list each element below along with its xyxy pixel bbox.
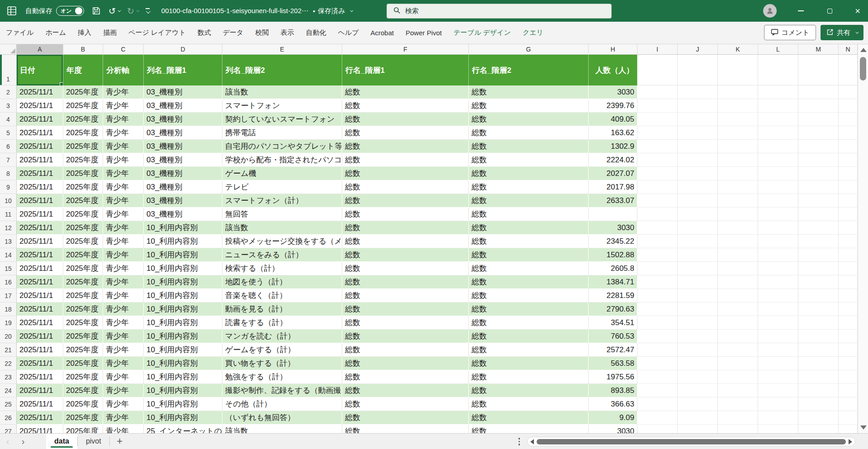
cell-L25[interactable]	[758, 397, 798, 411]
cell-G21[interactable]: 総数	[469, 343, 589, 357]
cell-F2[interactable]: 総数	[342, 85, 469, 99]
sheet-tab-data[interactable]: data	[46, 434, 77, 449]
cell-I17[interactable]	[637, 289, 678, 302]
redo-button[interactable]: ↻	[127, 6, 138, 16]
cell-M25[interactable]	[798, 397, 839, 411]
cell-H3[interactable]: 2399.76	[589, 99, 637, 113]
cell-G14[interactable]: 総数	[469, 248, 589, 262]
cell-N6[interactable]	[839, 140, 858, 153]
excel-app-icon[interactable]	[6, 5, 17, 16]
cell-N21[interactable]	[839, 343, 858, 357]
cell-G7[interactable]: 総数	[469, 153, 589, 167]
cell-N22[interactable]	[839, 357, 858, 370]
cell-I6[interactable]	[637, 140, 678, 153]
cell-N12[interactable]	[839, 221, 858, 235]
cell-G25[interactable]: 総数	[469, 397, 589, 411]
cell-H17[interactable]: 2281.59	[589, 289, 637, 302]
tab-help[interactable]: ヘルプ	[332, 26, 364, 40]
cell-I2[interactable]	[637, 85, 678, 99]
cell-I16[interactable]	[637, 275, 678, 289]
cell-B12[interactable]: 2025年度	[63, 221, 103, 235]
cell-F27[interactable]: 総数	[342, 425, 469, 433]
row-header-9[interactable]: 9	[0, 180, 17, 194]
cell-H11[interactable]	[589, 208, 637, 221]
cell-F22[interactable]: 総数	[342, 357, 469, 370]
column-header-M[interactable]: M	[798, 44, 839, 55]
cell-E4[interactable]: 契約していないスマートフォン	[222, 113, 342, 126]
vertical-scrollbar-thumb[interactable]	[860, 57, 866, 80]
row-header-1[interactable]: 1	[0, 55, 17, 85]
cell-C8[interactable]: 青少年	[103, 167, 144, 180]
scroll-right-icon[interactable]	[849, 439, 852, 444]
cell-M7[interactable]	[798, 153, 839, 167]
cell-M20[interactable]	[798, 330, 839, 343]
cell-I21[interactable]	[637, 343, 678, 357]
cell-C27[interactable]: 青少年	[103, 425, 144, 433]
cell-I27[interactable]	[637, 425, 678, 433]
cell-D17[interactable]: 10_利用内容別	[144, 289, 222, 302]
horizontal-scrollbar-thumb[interactable]	[537, 439, 846, 444]
cell-A15[interactable]: 2025/11/1	[17, 262, 63, 275]
cell-J25[interactable]	[678, 397, 718, 411]
cell-G4[interactable]: 総数	[469, 113, 589, 126]
cell-A20[interactable]: 2025/11/1	[17, 330, 63, 343]
cell-L23[interactable]	[758, 370, 798, 384]
cell-C22[interactable]: 青少年	[103, 357, 144, 370]
cell-G11[interactable]: 総数	[469, 208, 589, 221]
cell-J2[interactable]	[678, 85, 718, 99]
cell-D6[interactable]: 03_機種別	[144, 140, 222, 153]
cell-J17[interactable]	[678, 289, 718, 302]
comments-button[interactable]: コメント	[764, 25, 816, 40]
cell-J6[interactable]	[678, 140, 718, 153]
cell-H4[interactable]: 409.05	[589, 113, 637, 126]
cell-N8[interactable]	[839, 167, 858, 180]
cell-J11[interactable]	[678, 208, 718, 221]
cell-E3[interactable]: スマートフォン	[222, 99, 342, 113]
cell-G18[interactable]: 総数	[469, 302, 589, 316]
cell-A4[interactable]: 2025/11/1	[17, 113, 63, 126]
cell-B14[interactable]: 2025年度	[63, 248, 103, 262]
cell-D10[interactable]: 03_機種別	[144, 194, 222, 208]
cell-L11[interactable]	[758, 208, 798, 221]
cell-C20[interactable]: 青少年	[103, 330, 144, 343]
cell-E13[interactable]: 投稿やメッセージ交換をする（メ	[222, 235, 342, 248]
cell-A10[interactable]: 2025/11/1	[17, 194, 63, 208]
cell-K2[interactable]	[718, 85, 758, 99]
cell-F20[interactable]: 総数	[342, 330, 469, 343]
cell-B23[interactable]: 2025年度	[63, 370, 103, 384]
cell-A6[interactable]: 2025/11/1	[17, 140, 63, 153]
cell-H13[interactable]: 2345.22	[589, 235, 637, 248]
cell-I14[interactable]	[637, 248, 678, 262]
cell-E22[interactable]: 買い物をする（計）	[222, 357, 342, 370]
cell-L15[interactable]	[758, 262, 798, 275]
cell-A19[interactable]: 2025/11/1	[17, 316, 63, 330]
cell-A2[interactable]: 2025/11/1	[17, 85, 63, 99]
cell-H8[interactable]: 2027.07	[589, 167, 637, 180]
cell-G16[interactable]: 総数	[469, 275, 589, 289]
row-header-7[interactable]: 7	[0, 153, 17, 167]
cell-E26[interactable]: （いずれも無回答）	[222, 411, 342, 425]
search-input[interactable]: 検索	[387, 4, 612, 19]
cell-H6[interactable]: 1302.9	[589, 140, 637, 153]
cell-A23[interactable]: 2025/11/1	[17, 370, 63, 384]
cell-J22[interactable]	[678, 357, 718, 370]
cell-L9[interactable]	[758, 180, 798, 194]
cell-L7[interactable]	[758, 153, 798, 167]
cell-K16[interactable]	[718, 275, 758, 289]
cell-C21[interactable]: 青少年	[103, 343, 144, 357]
cell-D3[interactable]: 03_機種別	[144, 99, 222, 113]
cell-G22[interactable]: 総数	[469, 357, 589, 370]
cell-L16[interactable]	[758, 275, 798, 289]
save-icon[interactable]	[91, 6, 101, 16]
cell-J1[interactable]	[678, 55, 718, 85]
column-header-L[interactable]: L	[758, 44, 798, 55]
cell-E11[interactable]: 無回答	[222, 208, 342, 221]
cell-N14[interactable]	[839, 248, 858, 262]
restore-button[interactable]	[819, 0, 840, 22]
row-header-27[interactable]: 27	[0, 425, 17, 433]
cell-D4[interactable]: 03_機種別	[144, 113, 222, 126]
cell-M19[interactable]	[798, 316, 839, 330]
scroll-down-icon[interactable]	[860, 425, 867, 430]
cell-I23[interactable]	[637, 370, 678, 384]
cell-D20[interactable]: 10_利用内容別	[144, 330, 222, 343]
